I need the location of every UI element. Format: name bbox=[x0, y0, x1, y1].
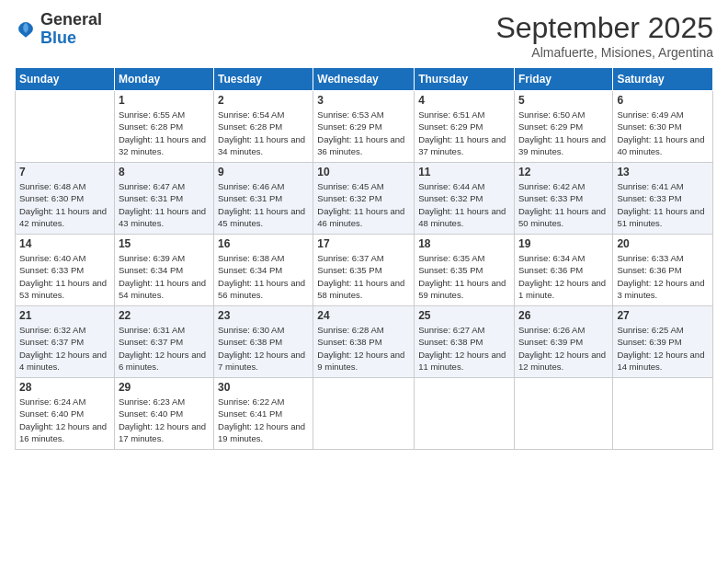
header-row: Sunday Monday Tuesday Wednesday Thursday… bbox=[16, 68, 713, 91]
table-row: 27Sunrise: 6:25 AM Sunset: 6:39 PM Dayli… bbox=[613, 306, 713, 378]
logo-general: General bbox=[40, 10, 102, 29]
logo-icon bbox=[15, 18, 37, 40]
day-info: Sunrise: 6:40 AM Sunset: 6:33 PM Dayligh… bbox=[19, 252, 110, 301]
col-friday: Friday bbox=[514, 68, 612, 91]
table-row: 9Sunrise: 6:46 AM Sunset: 6:31 PM Daylig… bbox=[214, 163, 313, 235]
table-row: 18Sunrise: 6:35 AM Sunset: 6:35 PM Dayli… bbox=[415, 235, 515, 306]
col-wednesday: Wednesday bbox=[313, 68, 415, 91]
day-number: 20 bbox=[617, 237, 709, 250]
page: General Blue September 2025 Almafuerte, … bbox=[0, 0, 728, 563]
table-row: 20Sunrise: 6:33 AM Sunset: 6:36 PM Dayli… bbox=[613, 235, 713, 306]
day-number: 18 bbox=[418, 237, 510, 250]
table-row bbox=[415, 378, 515, 450]
day-number: 2 bbox=[218, 94, 309, 107]
day-info: Sunrise: 6:33 AM Sunset: 6:36 PM Dayligh… bbox=[617, 252, 709, 301]
day-info: Sunrise: 6:37 AM Sunset: 6:35 PM Dayligh… bbox=[317, 252, 410, 301]
table-row: 2Sunrise: 6:54 AM Sunset: 6:28 PM Daylig… bbox=[214, 91, 313, 163]
day-number: 6 bbox=[617, 94, 709, 107]
day-number: 1 bbox=[119, 94, 210, 107]
table-row: 25Sunrise: 6:27 AM Sunset: 6:38 PM Dayli… bbox=[415, 306, 515, 378]
day-info: Sunrise: 6:34 AM Sunset: 6:36 PM Dayligh… bbox=[518, 252, 609, 301]
day-info: Sunrise: 6:55 AM Sunset: 6:28 PM Dayligh… bbox=[119, 109, 210, 157]
day-number: 12 bbox=[518, 166, 609, 178]
day-info: Sunrise: 6:31 AM Sunset: 6:37 PM Dayligh… bbox=[119, 324, 210, 373]
calendar-week-row: 1Sunrise: 6:55 AM Sunset: 6:28 PM Daylig… bbox=[16, 91, 713, 163]
table-row: 17Sunrise: 6:37 AM Sunset: 6:35 PM Dayli… bbox=[313, 235, 415, 306]
day-info: Sunrise: 6:28 AM Sunset: 6:38 PM Dayligh… bbox=[317, 324, 410, 373]
day-number: 5 bbox=[518, 94, 609, 107]
table-row bbox=[514, 378, 612, 450]
logo-blue: Blue bbox=[40, 29, 76, 47]
calendar-week-row: 7Sunrise: 6:48 AM Sunset: 6:30 PM Daylig… bbox=[16, 163, 713, 235]
day-number: 9 bbox=[218, 166, 309, 178]
table-row bbox=[613, 378, 713, 450]
table-row: 11Sunrise: 6:44 AM Sunset: 6:32 PM Dayli… bbox=[415, 163, 515, 235]
calendar-week-row: 28Sunrise: 6:24 AM Sunset: 6:40 PM Dayli… bbox=[16, 378, 713, 450]
day-info: Sunrise: 6:47 AM Sunset: 6:31 PM Dayligh… bbox=[119, 180, 210, 229]
table-row bbox=[313, 378, 415, 450]
day-number: 10 bbox=[317, 166, 410, 178]
table-row: 8Sunrise: 6:47 AM Sunset: 6:31 PM Daylig… bbox=[114, 163, 213, 235]
table-row: 4Sunrise: 6:51 AM Sunset: 6:29 PM Daylig… bbox=[415, 91, 515, 163]
table-row: 28Sunrise: 6:24 AM Sunset: 6:40 PM Dayli… bbox=[16, 378, 115, 450]
day-info: Sunrise: 6:48 AM Sunset: 6:30 PM Dayligh… bbox=[19, 180, 110, 229]
table-row: 23Sunrise: 6:30 AM Sunset: 6:38 PM Dayli… bbox=[214, 306, 313, 378]
table-row: 26Sunrise: 6:26 AM Sunset: 6:39 PM Dayli… bbox=[514, 306, 612, 378]
day-info: Sunrise: 6:23 AM Sunset: 6:40 PM Dayligh… bbox=[119, 396, 210, 444]
day-number: 14 bbox=[19, 237, 110, 250]
day-number: 28 bbox=[19, 381, 110, 394]
logo: General Blue bbox=[15, 11, 102, 48]
day-number: 17 bbox=[317, 237, 410, 250]
table-row: 7Sunrise: 6:48 AM Sunset: 6:30 PM Daylig… bbox=[16, 163, 115, 235]
day-number: 13 bbox=[617, 166, 709, 178]
day-number: 19 bbox=[518, 237, 609, 250]
table-row bbox=[16, 91, 115, 163]
day-info: Sunrise: 6:50 AM Sunset: 6:29 PM Dayligh… bbox=[518, 109, 609, 157]
day-number: 29 bbox=[119, 381, 210, 394]
day-info: Sunrise: 6:27 AM Sunset: 6:38 PM Dayligh… bbox=[418, 324, 510, 373]
day-number: 30 bbox=[218, 381, 309, 394]
day-info: Sunrise: 6:39 AM Sunset: 6:34 PM Dayligh… bbox=[119, 252, 210, 301]
calendar-week-row: 14Sunrise: 6:40 AM Sunset: 6:33 PM Dayli… bbox=[16, 235, 713, 306]
day-info: Sunrise: 6:41 AM Sunset: 6:33 PM Dayligh… bbox=[617, 180, 709, 229]
table-row: 29Sunrise: 6:23 AM Sunset: 6:40 PM Dayli… bbox=[114, 378, 213, 450]
day-number: 22 bbox=[119, 309, 210, 322]
table-row: 22Sunrise: 6:31 AM Sunset: 6:37 PM Dayli… bbox=[114, 306, 213, 378]
table-row: 5Sunrise: 6:50 AM Sunset: 6:29 PM Daylig… bbox=[514, 91, 612, 163]
day-number: 11 bbox=[418, 166, 510, 178]
day-number: 25 bbox=[418, 309, 510, 322]
col-thursday: Thursday bbox=[415, 68, 515, 91]
day-info: Sunrise: 6:51 AM Sunset: 6:29 PM Dayligh… bbox=[418, 109, 510, 157]
calendar-table: Sunday Monday Tuesday Wednesday Thursday… bbox=[15, 67, 713, 450]
day-number: 4 bbox=[418, 94, 510, 107]
day-number: 26 bbox=[518, 309, 609, 322]
table-row: 12Sunrise: 6:42 AM Sunset: 6:33 PM Dayli… bbox=[514, 163, 612, 235]
calendar-week-row: 21Sunrise: 6:32 AM Sunset: 6:37 PM Dayli… bbox=[16, 306, 713, 378]
day-number: 23 bbox=[218, 309, 309, 322]
title-block: September 2025 Almafuerte, Misiones, Arg… bbox=[495, 11, 713, 60]
table-row: 19Sunrise: 6:34 AM Sunset: 6:36 PM Dayli… bbox=[514, 235, 612, 306]
table-row: 6Sunrise: 6:49 AM Sunset: 6:30 PM Daylig… bbox=[613, 91, 713, 163]
day-info: Sunrise: 6:42 AM Sunset: 6:33 PM Dayligh… bbox=[518, 180, 609, 229]
day-info: Sunrise: 6:25 AM Sunset: 6:39 PM Dayligh… bbox=[617, 324, 709, 373]
header: General Blue September 2025 Almafuerte, … bbox=[15, 11, 713, 60]
day-info: Sunrise: 6:38 AM Sunset: 6:34 PM Dayligh… bbox=[218, 252, 309, 301]
day-number: 7 bbox=[19, 166, 110, 178]
table-row: 10Sunrise: 6:45 AM Sunset: 6:32 PM Dayli… bbox=[313, 163, 415, 235]
day-number: 16 bbox=[218, 237, 309, 250]
day-number: 24 bbox=[317, 309, 410, 322]
table-row: 16Sunrise: 6:38 AM Sunset: 6:34 PM Dayli… bbox=[214, 235, 313, 306]
col-saturday: Saturday bbox=[613, 68, 713, 91]
day-info: Sunrise: 6:54 AM Sunset: 6:28 PM Dayligh… bbox=[218, 109, 309, 157]
month-title: September 2025 bbox=[495, 11, 713, 45]
day-number: 15 bbox=[119, 237, 210, 250]
day-info: Sunrise: 6:26 AM Sunset: 6:39 PM Dayligh… bbox=[518, 324, 609, 373]
day-info: Sunrise: 6:30 AM Sunset: 6:38 PM Dayligh… bbox=[218, 324, 309, 373]
day-info: Sunrise: 6:22 AM Sunset: 6:41 PM Dayligh… bbox=[218, 396, 309, 444]
day-number: 8 bbox=[119, 166, 210, 178]
day-number: 3 bbox=[317, 94, 410, 107]
day-info: Sunrise: 6:24 AM Sunset: 6:40 PM Dayligh… bbox=[19, 396, 110, 444]
day-info: Sunrise: 6:44 AM Sunset: 6:32 PM Dayligh… bbox=[418, 180, 510, 229]
table-row: 30Sunrise: 6:22 AM Sunset: 6:41 PM Dayli… bbox=[214, 378, 313, 450]
day-info: Sunrise: 6:32 AM Sunset: 6:37 PM Dayligh… bbox=[19, 324, 110, 373]
